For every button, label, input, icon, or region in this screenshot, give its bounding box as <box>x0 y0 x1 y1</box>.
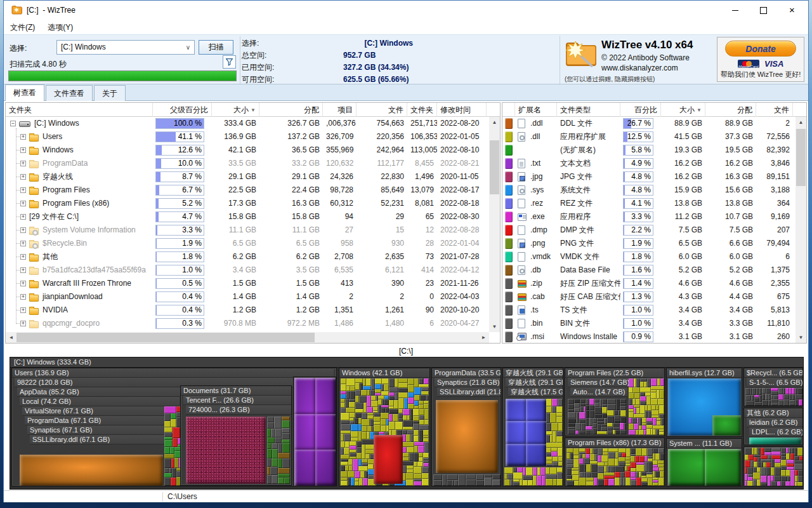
menu-item[interactable]: 文件(Z) <box>4 20 41 36</box>
table-row[interactable]: −[C:] Windows100.0 %333.4 GB326.7 GB,006… <box>6 117 500 130</box>
expand-icon[interactable]: + <box>20 147 26 153</box>
table-row[interactable]: +b75a1dfca213dfa475aa55f69a1.0 %3.4 GB3.… <box>6 264 500 277</box>
column-header[interactable]: 项目 <box>323 103 357 117</box>
table-row[interactable]: +Windows12.6 %42.1 GB36.5 GB355,969242,9… <box>6 144 500 157</box>
expand-icon[interactable]: + <box>20 161 26 166</box>
minimize-button[interactable] <box>721 1 749 20</box>
table-row[interactable]: +ProgramData10.0 %33.5 GB33.2 GB120,6321… <box>6 157 500 170</box>
drive-select[interactable]: [C:] Windows ∨ <box>56 40 195 55</box>
column-header[interactable]: 文件类型 <box>557 103 620 117</box>
column-header[interactable]: 文件夹 <box>407 103 437 117</box>
column-header[interactable]: 父级百分比 <box>153 103 212 117</box>
expand-icon[interactable]: + <box>20 241 26 246</box>
treemap-region-qita[interactable]: 其他 (6.2 GB)leidian (6.2 GB)LDPL... (6.2 … <box>743 408 803 445</box>
expand-icon[interactable]: + <box>20 174 26 180</box>
expand-icon[interactable]: + <box>20 134 26 140</box>
expand-icon[interactable]: + <box>20 281 26 286</box>
table-row[interactable]: .pngPNG 文件1.9 %6.5 GB6.6 GB79,494 <box>502 237 806 250</box>
table-row[interactable]: .dbData Base File1.6 %5.2 GB5.2 GB1,375 <box>502 264 806 277</box>
column-header[interactable]: 扩展名 <box>515 103 557 117</box>
table-row[interactable]: +Warcraft III Frozen Throne0.5 %1.5 GB1.… <box>6 277 500 290</box>
column-header[interactable]: 修改时间 <box>437 103 487 117</box>
table-row[interactable]: .exe应用程序3.3 %11.2 GB10.7 GB9,169 <box>502 210 806 224</box>
column-header[interactable]: 百分比 <box>620 103 661 117</box>
table-row[interactable]: +jianpianDownload0.4 %1.4 GB1.4 GB220202… <box>6 290 500 304</box>
table-row[interactable]: .dmpDMP 文件2.2 %7.5 GB7.5 GB207 <box>502 224 806 237</box>
treemap-region-system[interactable]: System ... (11.1 GB) <box>666 438 742 486</box>
table-row[interactable]: (无扩展名)5.8 %19.3 GB19.5 GB82,392 <box>502 144 806 157</box>
expand-icon[interactable]: + <box>20 307 26 313</box>
table-row[interactable]: +其他1.8 %6.2 GB6.2 GB2,7082,635732021-07-… <box>6 250 500 264</box>
column-header[interactable]: 文件 <box>357 103 407 117</box>
column-header[interactable]: 文件 <box>756 103 793 117</box>
maximize-button[interactable] <box>749 1 778 20</box>
table-row[interactable]: .tsTS 文件1.0 %3.4 GB3.4 GB5,813 <box>502 304 806 317</box>
treemap-region-program-files-x86[interactable]: Program Files (x86) (17.3 GB) <box>565 438 665 486</box>
table-row[interactable]: .txt文本文档4.9 %16.2 GB16.2 GB3,846 <box>502 157 806 170</box>
table-row[interactable]: .vmdkVMDK 文件1.8 %6.0 GB6.0 GB6 <box>502 250 806 264</box>
expand-icon[interactable]: + <box>20 254 26 260</box>
table-row[interactable]: .jpgJPG 文件4.8 %16.2 GB16.3 GB89,151 <box>502 170 806 184</box>
table-row[interactable]: .ddlDDL 文件26.7 %88.9 GB88.9 GB2 <box>502 117 806 130</box>
horizontal-scrollbar[interactable]: ◄► <box>6 332 489 343</box>
expand-icon[interactable]: + <box>20 187 26 193</box>
expand-icon[interactable]: + <box>20 227 26 233</box>
table-row[interactable]: +System Volume Information3.3 %11.1 GB11… <box>6 224 500 237</box>
treemap-region-programdata[interactable]: ProgramData (33.5 GB)Synaptics (21.8 GB)… <box>431 368 501 486</box>
table-row[interactable]: +Users41.1 %136.9 GB137.2 GB326,709220,3… <box>6 130 500 144</box>
vertical-scrollbar[interactable]: ▲▼ <box>489 117 500 332</box>
tab-树查看[interactable]: 树查看 <box>5 84 44 101</box>
grid-header: 文件夹父级百分比大小▼分配项目文件文件夹修改时间 <box>6 103 500 117</box>
expand-icon[interactable]: + <box>20 214 26 220</box>
treemap-region-chuanyuehuoxian[interactable]: 穿越火线 (29.1 GB)穿越火线 (29.1 GB)穿越火线 (17.5 G… <box>502 368 563 486</box>
close-button[interactable]: × <box>778 1 806 20</box>
treemap-region-recycle-bin[interactable]: $Recycl... (6.5 GB)S-1-5-... (6.5 GB) <box>743 368 803 406</box>
filter-button[interactable] <box>223 55 236 69</box>
tab-文件查看[interactable]: 文件查看 <box>46 85 93 101</box>
table-row[interactable]: +$Recycle.Bin1.9 %6.5 GB6.5 GB9589302820… <box>6 237 500 250</box>
table-row[interactable]: .binBIN 文件1.0 %3.4 GB3.3 GB11,810 <box>502 317 806 330</box>
column-header[interactable]: 大小▼ <box>661 103 705 117</box>
table-row[interactable]: .sys系统文件4.8 %15.9 GB15.6 GB3,188 <box>502 184 806 197</box>
table-row[interactable]: +qqpcmgr_docpro0.3 %970.8 MB972.2 MB1,48… <box>6 317 500 330</box>
donate-button[interactable]: Donate <box>725 41 796 57</box>
website-link[interactable]: www.diskanalyzer.com <box>601 64 678 72</box>
expand-icon[interactable]: + <box>20 321 26 326</box>
menu-item[interactable]: 选项(Y) <box>41 20 79 36</box>
expand-icon[interactable]: + <box>20 267 26 273</box>
column-header[interactable]: 大小▼ <box>212 103 259 117</box>
column-header[interactable]: 文件夹 <box>6 103 153 117</box>
treemap-region-program-files[interactable]: Program Files (22.5 GB)Siemens (14.7 GB)… <box>565 368 665 436</box>
treemap-region-purple-column[interactable] <box>293 377 336 486</box>
table-row[interactable]: .zip好压 ZIP 压缩文件1.4 %4.6 GB4.6 GB2,355 <box>502 277 806 290</box>
collapse-icon[interactable]: − <box>10 121 16 126</box>
treemap[interactable]: [C:] Windows (333.4 GB)Users (136.9 GB)9… <box>10 357 804 490</box>
expand-icon[interactable]: + <box>20 201 26 206</box>
table-row[interactable]: +Program Files (x86)5.2 %17.3 GB16.3 GB6… <box>6 197 500 210</box>
treemap-region-bottom-right-files[interactable] <box>743 446 803 486</box>
table-row[interactable]: .rezREZ 文件4.1 %13.8 GB13.8 GB364 <box>502 197 806 210</box>
table-row[interactable]: +[29 文件在 C:\]4.7 %15.8 GB15.8 GB94296520… <box>6 210 500 224</box>
table-row[interactable]: +NVIDIA0.4 %1.2 GB1.2 GB1,3511,261902020… <box>6 304 500 317</box>
table-row[interactable]: +Program Files6.7 %22.5 GB22.4 GB98,7288… <box>6 184 500 197</box>
column-header[interactable]: 分配 <box>705 103 756 117</box>
vertical-scrollbar[interactable]: ▲▼ <box>796 117 806 343</box>
scan-button[interactable]: 扫描 <box>199 40 233 55</box>
treemap-label: System ... (11.1 GB) <box>667 439 742 448</box>
treemap-root-label[interactable]: [C:] Windows (333.4 GB) <box>10 358 803 368</box>
table-row[interactable]: +穿越火线8.7 %29.1 GB29.1 GB24,32622,8301,49… <box>6 170 500 184</box>
treemap-region-documents[interactable]: Documents (31.7 GB)Tencent F... (26.6 GB… <box>180 385 292 486</box>
treemap-label: Siemens (14.7 GB) <box>568 378 629 387</box>
table-row[interactable]: .dll应用程序扩展12.5 %41.5 GB37.3 GB72,556 <box>502 130 806 144</box>
table-row[interactable]: .msiWindows Installe0.9 %3.1 GB3.1 GB260 <box>502 330 806 344</box>
title-bar[interactable]: [C:] - WizTree × <box>4 1 808 20</box>
expand-icon[interactable]: + <box>20 294 26 300</box>
column-header[interactable] <box>502 103 515 117</box>
treemap-region-hiberfil[interactable]: hiberfil.sys (12.7 GB) <box>666 368 742 437</box>
column-header[interactable]: 分配 <box>259 103 323 117</box>
table-row[interactable]: .cab好压 CAB 压缩文件1.3 %4.3 GB4.4 GB675 <box>502 290 806 304</box>
folder-name-cell: +Windows <box>6 144 153 157</box>
filetype-gear-icon <box>518 185 525 195</box>
treemap-region-windows[interactable]: Windows (42.1 GB) <box>339 368 430 486</box>
tab-关于[interactable]: 关于 <box>94 85 126 101</box>
